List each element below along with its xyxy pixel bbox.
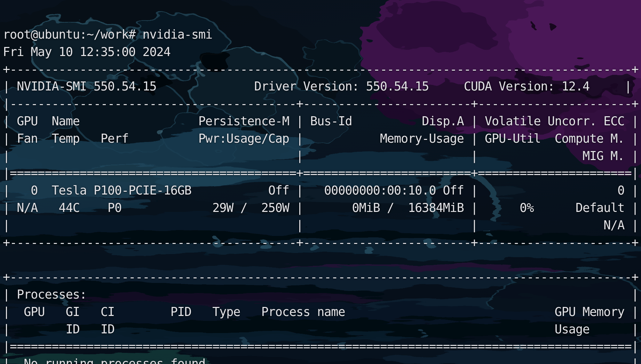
terminal-line: | Fan Temp Perf Pwr:Usage/Cap | Memory-U… bbox=[3, 130, 641, 148]
desktop: root@ubuntu:~/work# nvidia-smiFri May 10… bbox=[0, 0, 641, 364]
terminal-line: | ID ID Usage | bbox=[3, 321, 641, 338]
terminal-line: | | | MIG M. | bbox=[3, 148, 641, 165]
terminal-line: | N/A 44C P0 29W / 250W | 0MiB / 16384Mi… bbox=[3, 199, 641, 217]
terminal-line bbox=[3, 251, 641, 269]
terminal-line: +---------------------------------------… bbox=[3, 234, 641, 252]
terminal-line: +---------------------------------------… bbox=[3, 61, 641, 78]
terminal-line: | GPU Name Persistence-M | Bus-Id Disp.A… bbox=[3, 113, 641, 130]
terminal-line: Fri May 10 12:35:00 2024 bbox=[3, 43, 641, 61]
terminal-line: +---------------------------------------… bbox=[3, 269, 641, 286]
terminal-line: | | | N/A | bbox=[3, 217, 641, 234]
terminal-line: | 0 Tesla P100-PCIE-16GB Off | 00000000:… bbox=[3, 182, 641, 199]
terminal-line: | Processes: | bbox=[3, 286, 641, 303]
terminal-line: | NVIDIA-SMI 550.54.15 Driver Version: 5… bbox=[3, 78, 641, 95]
terminal-line: | GPU GI CI PID Type Process name GPU Me… bbox=[3, 303, 641, 321]
terminal-line: | No running processes found | bbox=[3, 355, 641, 364]
terminal-line: |=======================================… bbox=[3, 165, 641, 182]
terminal-line: root@ubuntu:~/work# nvidia-smi bbox=[3, 26, 641, 43]
terminal-output: root@ubuntu:~/work# nvidia-smiFri May 10… bbox=[3, 26, 641, 364]
terminal-line: |---------------------------------------… bbox=[3, 95, 641, 113]
terminal-line: |=======================================… bbox=[3, 338, 641, 355]
terminal-screen[interactable]: root@ubuntu:~/work# nvidia-smiFri May 10… bbox=[0, 0, 641, 362]
